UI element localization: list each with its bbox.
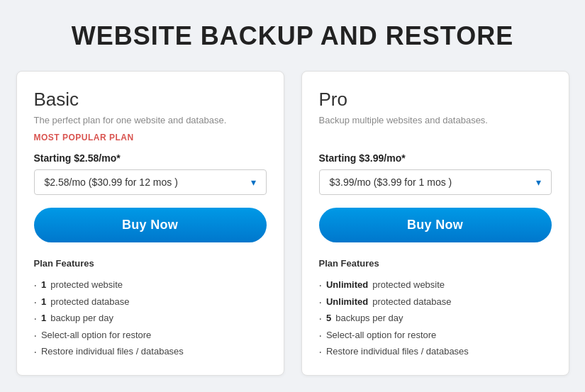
starting-label-pro: Starting $3.99/mo* [319, 152, 552, 164]
plan-name-pro: Pro [319, 89, 552, 111]
feature-bold-basic-0: 1 [41, 279, 46, 290]
price-text-pro: $3.99/mo ($3.99 for 1 mos ) [330, 177, 452, 188]
plan-subtitle-basic: The perfect plan for one website and dat… [34, 115, 267, 125]
plan-name-basic: Basic [34, 89, 267, 111]
buy-button-basic[interactable]: Buy Now [34, 208, 267, 242]
chevron-down-icon-basic: ▾ [251, 177, 256, 188]
list-item: 5 backups per day [319, 310, 552, 327]
price-dropdown-basic[interactable]: $2.58/mo ($30.99 for 12 mos )▾ [34, 169, 267, 195]
feature-bold-pro-0: Unlimited [326, 279, 368, 290]
list-item: Select-all option for restore [319, 327, 552, 345]
features-list-pro: Unlimited protected websiteUnlimited pro… [319, 277, 552, 361]
list-item: Unlimited protected database [319, 294, 552, 311]
chevron-down-icon-pro: ▾ [536, 177, 541, 188]
plan-card-basic: BasicThe perfect plan for one website an… [16, 71, 284, 376]
price-dropdown-pro[interactable]: $3.99/mo ($3.99 for 1 mos )▾ [319, 169, 552, 195]
feature-bold-basic-2: 1 [41, 313, 46, 323]
list-item: Restore individual files / databases [319, 344, 552, 361]
plans-container: BasicThe perfect plan for one website an… [16, 71, 569, 376]
starting-label-basic: Starting $2.58/mo* [34, 152, 267, 164]
plan-subtitle-pro: Backup multiple websites and databases. [319, 115, 552, 125]
plan-card-pro: ProBackup multiple websites and database… [301, 71, 569, 376]
list-item: Unlimited protected website [319, 277, 552, 294]
list-item: 1 protected website [34, 277, 267, 294]
popular-badge-basic: MOST POPULAR PLAN [34, 133, 267, 142]
price-text-basic: $2.58/mo ($30.99 for 12 mos ) [45, 177, 178, 188]
list-item: 1 backup per day [34, 310, 267, 327]
features-list-basic: 1 protected website1 protected database1… [34, 277, 267, 361]
feature-bold-pro-1: Unlimited [326, 296, 368, 307]
feature-bold-basic-1: 1 [41, 296, 46, 307]
list-item: Restore individual files / databases [34, 344, 267, 361]
features-title-pro: Plan Features [319, 258, 552, 269]
list-item: Select-all option for restore [34, 327, 267, 345]
buy-button-pro[interactable]: Buy Now [319, 208, 552, 242]
list-item: 1 protected database [34, 294, 267, 311]
page-title: WEBSITE BACKUP AND RESTORE [72, 21, 513, 51]
feature-bold-pro-2: 5 [326, 313, 331, 323]
features-title-basic: Plan Features [34, 258, 267, 269]
